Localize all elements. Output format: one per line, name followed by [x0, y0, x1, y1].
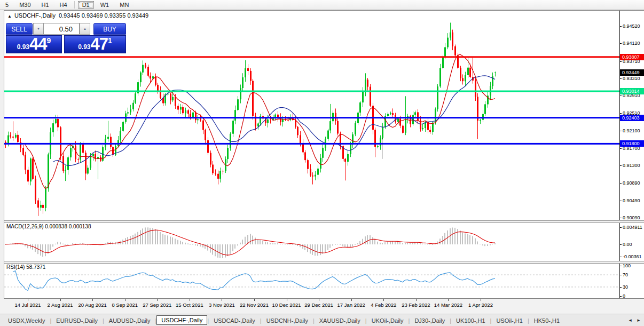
rsi-tick	[620, 275, 622, 275]
macd-axis-label: -0.00361	[623, 254, 642, 259]
date-axis-label: 8 Sep 2021	[112, 302, 138, 308]
chart-tab-usdchf-daily[interactable]: USDCHF-,Daily	[156, 315, 207, 325]
date-axis-label: 29 Dec 2021	[304, 302, 333, 308]
macd-chart	[4, 222, 619, 261]
one-click-trading-panel: SELL ▼ ▲ BUY 0.93449 0.93471	[6, 23, 126, 53]
tab-list: USDX,Weekly|EURUSD-,Daily|AUDUSD-,Daily|…	[3, 316, 564, 325]
timeframe-button-h4[interactable]: H4	[56, 1, 72, 9]
rsi-pane[interactable]	[4, 263, 619, 298]
timeframe-button-m30[interactable]: M30	[15, 1, 35, 9]
date-tick	[28, 299, 28, 301]
macd-tick	[620, 257, 622, 257]
chart-tab-eurusd-daily[interactable]: EURUSD-,Daily	[51, 316, 103, 325]
macd-pane-splitter[interactable]	[4, 220, 644, 223]
sell-price-point: 9	[47, 36, 51, 45]
chart-tab-usoil-h1[interactable]: USOil-,H1	[491, 316, 528, 325]
price-line-badge: 0.93449	[620, 69, 644, 76]
chart-tab-usdcnh-daily[interactable]: USDCNH-,Daily	[262, 316, 313, 325]
chart-tab-uk100-h1[interactable]: UK100-,H1	[451, 316, 490, 325]
date-axis-label: 20 Aug 2021	[78, 302, 106, 308]
date-axis-label: 15 Oct 2021	[176, 302, 203, 308]
date-axis-label: 14 Mar 2022	[434, 302, 462, 308]
chart-tab-usdcad-daily[interactable]: USDCAD-,Daily	[209, 316, 260, 325]
macd-axis: 0.0049110.00-0.00361	[619, 222, 644, 261]
rsi-value: 58.7371	[26, 264, 45, 270]
timeframe-button-mn[interactable]: MN	[115, 1, 133, 9]
date-axis-label: 1 Apr 2022	[468, 302, 493, 308]
price-tick	[620, 113, 622, 114]
time-axis[interactable]: 14 Jul 20212 Aug 202120 Aug 20218 Sep 20…	[0, 299, 644, 314]
symbol-period-label: USDCHF-,Daily	[14, 12, 56, 19]
volume-increase-button[interactable]: ▲	[80, 23, 90, 35]
price-axis-label: 0.91300	[623, 163, 640, 168]
date-tick	[190, 299, 190, 301]
price-tick	[620, 183, 622, 184]
buy-price-point: 1	[108, 36, 112, 45]
chart-tab-ukoil-daily[interactable]: UKOil-,Daily	[367, 316, 409, 325]
tab-scroll-buttons: ◄ ►	[628, 318, 644, 323]
chart-tab-hk50-h1[interactable]: HK50-,H1	[529, 316, 564, 325]
price-tick	[620, 61, 622, 62]
date-tick	[60, 299, 61, 301]
macd-pane[interactable]	[4, 222, 619, 261]
date-axis-label: 2 Aug 2021	[48, 302, 73, 308]
chart-title: ▲USDCHF-,Daily0.93445 0.93469 0.93355 0.…	[7, 12, 148, 19]
price-axis-label: 0.90890	[623, 180, 640, 186]
date-axis-label: 27 Sep 2021	[143, 302, 171, 308]
chart-tab-audusd-daily[interactable]: AUDUSD-,Daily	[104, 316, 155, 325]
price-axis[interactable]: 0.945200.941200.937100.933100.929100.925…	[619, 11, 644, 220]
buy-price-display[interactable]: 0.93471	[64, 35, 126, 53]
price-tick	[620, 218, 622, 218]
date-axis-label: 4 Feb 2022	[371, 302, 396, 308]
volume-decrease-button[interactable]: ▼	[33, 23, 44, 35]
buy-price-pips: 47	[91, 36, 108, 52]
rsi-axis-label: 0	[623, 293, 625, 299]
rsi-chart	[4, 263, 619, 298]
sell-button[interactable]: SELL	[6, 23, 33, 35]
rsi-axis: 10070300	[619, 263, 644, 298]
timeframe-button-5[interactable]: 5	[1, 1, 13, 9]
date-tick	[125, 299, 125, 301]
chart-tab-dj30-daily[interactable]: DJ30-,Daily	[410, 316, 450, 325]
timeframe-button-d1[interactable]: D1	[78, 1, 94, 9]
price-line-badge: 0.92403	[620, 115, 644, 121]
buy-button[interactable]: BUY	[93, 23, 126, 35]
date-axis-label: 23 Feb 2022	[402, 302, 430, 308]
chart-tab-usdx-weekly[interactable]: USDX,Weekly	[3, 316, 50, 325]
rsi-axis-label: 100	[623, 263, 631, 268]
macd-tick	[620, 227, 622, 228]
timeframe-button-h1[interactable]: H1	[37, 1, 53, 9]
macd-axis-label: 0.004911	[623, 225, 642, 230]
tab-scroll-left-icon[interactable]: ◄	[628, 318, 632, 323]
buy-price-prefix: 0.93	[78, 43, 90, 51]
price-axis-label: 0.90090	[623, 215, 640, 220]
macd-axis-label: 0.00	[623, 242, 632, 247]
price-tick	[620, 43, 622, 44]
rsi-label: RSI(14) 58.7371	[6, 264, 45, 270]
date-axis-label: 3 Nov 2021	[209, 302, 235, 308]
price-axis-label: 0.93310	[623, 76, 640, 81]
date-tick	[254, 299, 255, 301]
price-line-badge: 0.91800	[620, 140, 644, 147]
tab-scroll-right-icon[interactable]: ►	[637, 318, 641, 323]
rsi-axis-label: 70	[623, 272, 628, 277]
price-tick	[620, 165, 622, 166]
rsi-tick	[620, 266, 622, 266]
sell-price-display[interactable]: 0.93449	[6, 35, 62, 53]
macd-label: MACD(12,26,9) 0.000838 0.000138	[6, 224, 91, 229]
date-tick	[416, 299, 417, 301]
one-click-toggle-icon[interactable]: ▲	[7, 14, 12, 19]
price-line-badge: 0.93807	[620, 54, 644, 60]
timeframe-button-w1[interactable]: W1	[96, 1, 114, 9]
rsi-tick	[620, 296, 622, 297]
price-tick	[620, 26, 622, 27]
date-tick	[383, 299, 384, 301]
chart-tab-xauusd-daily[interactable]: XAUUSD-,Daily	[315, 316, 365, 325]
sell-price-pips: 44	[29, 36, 46, 52]
price-line-badge: 0.93014	[620, 88, 644, 94]
rsi-pane-splitter[interactable]	[4, 261, 644, 264]
date-tick	[448, 299, 449, 301]
volume-input[interactable]	[43, 23, 80, 35]
price-tick	[620, 131, 622, 131]
rsi-tick	[620, 287, 622, 288]
